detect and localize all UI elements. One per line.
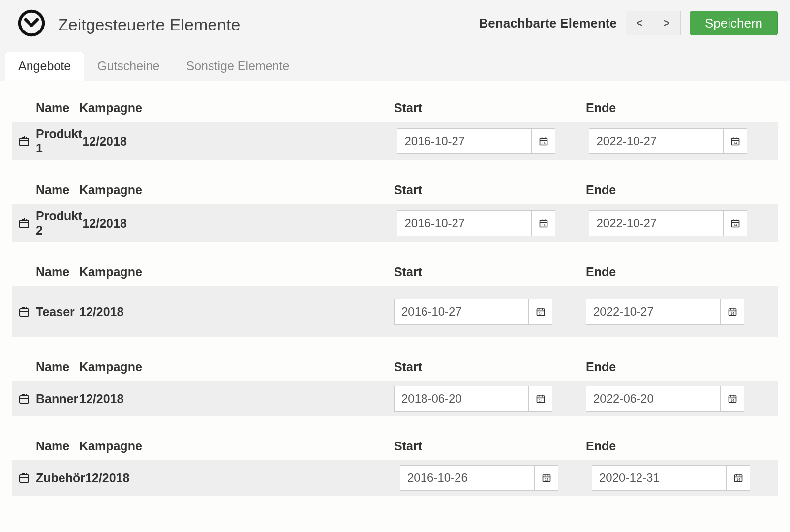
group-header: NameKampagneStartEnde	[12, 260, 778, 286]
svg-rect-33	[20, 309, 29, 316]
col-end: Ende	[586, 265, 778, 279]
end-date-input[interactable]	[586, 386, 721, 412]
col-end: Ende	[586, 183, 778, 197]
col-start: Start	[394, 439, 586, 453]
prev-button[interactable]: <	[626, 11, 653, 35]
calendar-icon[interactable]: 14	[724, 128, 747, 154]
col-start: Start	[394, 265, 586, 279]
end-date-input[interactable]	[589, 210, 724, 236]
row-name: Teaser	[36, 305, 79, 319]
col-start: Start	[394, 101, 586, 115]
table-row: Zubehör12/20181414	[12, 460, 778, 496]
col-name: Name	[36, 101, 79, 115]
end-date-input[interactable]	[589, 128, 724, 154]
start-date-input[interactable]	[397, 128, 532, 154]
col-end: Ende	[586, 101, 778, 115]
start-date-cell: 14	[400, 465, 592, 491]
group-header: NameKampagneStartEnde	[12, 355, 778, 381]
row-campaign: 12/2018	[82, 134, 397, 148]
calendar-icon[interactable]: 14	[721, 386, 744, 412]
start-date-input[interactable]	[400, 465, 535, 491]
start-date-input[interactable]	[394, 299, 529, 325]
svg-point-0	[20, 11, 43, 35]
table-row: Produkt 212/20181414	[12, 204, 778, 242]
col-name: Name	[36, 265, 79, 279]
table-row: Teaser12/20181414	[12, 286, 778, 337]
start-date-cell: 14	[397, 210, 589, 236]
next-button[interactable]: >	[653, 11, 681, 35]
page-title: Zeitgesteuerte Elemente	[58, 15, 240, 37]
row-name: Produkt 2	[36, 209, 82, 237]
row-name: Zubehör	[36, 471, 85, 485]
end-date-input[interactable]	[586, 299, 721, 325]
col-campaign: Kampagne	[79, 439, 394, 453]
start-date-input[interactable]	[394, 386, 529, 412]
calendar-icon[interactable]: 14	[535, 465, 558, 491]
col-start: Start	[394, 360, 586, 374]
end-date-cell: 14	[592, 465, 784, 491]
row-campaign: 12/2018	[85, 471, 400, 485]
col-campaign: Kampagne	[79, 183, 394, 197]
table-row: Banner12/20181414	[12, 381, 778, 416]
svg-text:14: 14	[539, 312, 543, 315]
clipboard-add-icon[interactable]	[12, 306, 36, 318]
save-button[interactable]: Speichern	[690, 11, 778, 35]
start-date-cell: 14	[394, 386, 586, 412]
start-date-input[interactable]	[397, 210, 532, 236]
col-name: Name	[36, 360, 79, 374]
group: NameKampagneStartEndeZubehör12/20181414	[12, 434, 778, 496]
clipboard-add-icon[interactable]	[12, 217, 36, 229]
clipboard-add-icon[interactable]	[12, 393, 36, 405]
tab-sonstige-elemente[interactable]: Sonstige Elemente	[173, 52, 303, 81]
col-end: Ende	[586, 439, 778, 453]
end-date-cell: 14	[589, 210, 781, 236]
end-date-input[interactable]	[592, 465, 727, 491]
svg-rect-65	[20, 475, 29, 482]
group: NameKampagneStartEndeBanner12/20181414	[12, 355, 778, 416]
svg-text:14: 14	[730, 312, 734, 315]
group: NameKampagneStartEndeProdukt 112/2018141…	[12, 96, 778, 160]
row-name: Banner	[36, 392, 79, 406]
col-campaign: Kampagne	[79, 101, 394, 115]
calendar-icon[interactable]: 14	[529, 299, 552, 325]
svg-text:14: 14	[730, 399, 734, 402]
svg-text:14: 14	[542, 223, 546, 227]
topbar: Zeitgesteuerte Elemente Benachbarte Elem…	[0, 0, 790, 81]
start-date-cell: 14	[397, 128, 589, 154]
clipboard-add-icon[interactable]	[12, 135, 36, 147]
group: NameKampagneStartEndeProdukt 212/2018141…	[12, 178, 778, 242]
clock-icon	[17, 9, 46, 37]
col-end: Ende	[586, 360, 778, 374]
svg-rect-49	[20, 396, 29, 403]
group-header: NameKampagneStartEnde	[12, 434, 778, 460]
tab-angebote[interactable]: Angebote	[5, 52, 84, 81]
calendar-icon[interactable]: 14	[529, 386, 552, 412]
col-campaign: Kampagne	[79, 360, 394, 374]
end-date-cell: 14	[586, 386, 778, 412]
tab-gutscheine[interactable]: Gutscheine	[84, 52, 173, 81]
col-campaign: Kampagne	[79, 265, 394, 279]
calendar-icon[interactable]: 14	[532, 128, 555, 154]
svg-text:14: 14	[545, 478, 548, 481]
neighbor-nav: < >	[626, 11, 681, 35]
calendar-icon[interactable]: 14	[532, 210, 555, 236]
calendar-icon[interactable]: 14	[724, 210, 747, 236]
svg-text:14: 14	[539, 399, 543, 402]
row-campaign: 12/2018	[82, 216, 397, 231]
content: NameKampagneStartEndeProdukt 112/2018141…	[0, 81, 790, 532]
svg-text:14: 14	[542, 141, 546, 145]
group-header: NameKampagneStartEnde	[12, 96, 778, 122]
table-row: Produkt 112/20181414	[12, 122, 778, 160]
col-start: Start	[394, 183, 586, 197]
end-date-cell: 14	[589, 128, 781, 154]
clipboard-add-icon[interactable]	[12, 472, 36, 484]
calendar-icon[interactable]: 14	[727, 465, 750, 491]
tabs: AngeboteGutscheineSonstige Elemente	[5, 51, 778, 81]
end-date-cell: 14	[586, 299, 778, 325]
col-name: Name	[36, 183, 79, 197]
col-name: Name	[36, 439, 79, 453]
start-date-cell: 14	[394, 299, 586, 325]
row-campaign: 12/2018	[79, 392, 394, 406]
row-name: Produkt 1	[36, 127, 82, 155]
calendar-icon[interactable]: 14	[721, 299, 744, 325]
